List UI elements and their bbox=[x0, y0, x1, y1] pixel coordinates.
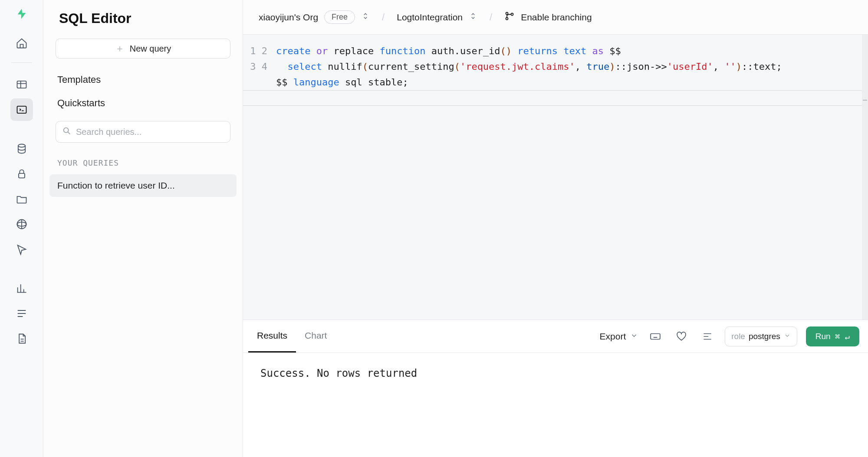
plan-badge: Free bbox=[324, 10, 355, 24]
keyboard-icon[interactable] bbox=[647, 328, 664, 345]
align-icon[interactable] bbox=[699, 328, 716, 345]
svg-rect-3 bbox=[19, 173, 25, 178]
svg-point-2 bbox=[18, 144, 25, 147]
org-selector[interactable]: xiaoyijun's Org Free bbox=[259, 10, 370, 24]
sql-sidebar: SQL Editor ＋ New query Templates Quickst… bbox=[43, 0, 243, 457]
tab-chart[interactable]: Chart bbox=[296, 320, 335, 353]
nav-auth[interactable] bbox=[10, 163, 33, 185]
svg-point-9 bbox=[511, 13, 513, 16]
result-toolbar: Results Chart Export role postgres bbox=[243, 320, 868, 353]
sql-editor[interactable]: 1 2 3 4 create or replace function auth.… bbox=[243, 35, 868, 320]
saved-query-item[interactable]: Function to retrieve user ID... bbox=[49, 174, 237, 197]
project-selector[interactable]: LogtoIntegration bbox=[397, 12, 477, 23]
editor-gutter: 1 2 3 4 bbox=[243, 35, 273, 320]
new-query-label: New query bbox=[130, 44, 171, 54]
role-label: role bbox=[731, 332, 745, 341]
rail-divider bbox=[11, 62, 32, 63]
export-button[interactable]: Export bbox=[600, 331, 638, 342]
nav-sql-editor[interactable] bbox=[10, 98, 33, 121]
search-queries-input[interactable] bbox=[76, 127, 224, 137]
enable-branching-button[interactable]: Enable branching bbox=[504, 11, 592, 23]
branch-icon bbox=[504, 11, 515, 23]
nav-realtime[interactable] bbox=[10, 238, 33, 261]
nav-reports[interactable] bbox=[10, 277, 33, 300]
favorite-icon[interactable] bbox=[673, 328, 690, 345]
run-button[interactable]: Run ⌘ ↵ bbox=[806, 326, 859, 346]
chevron-down-icon bbox=[630, 331, 638, 342]
svg-point-7 bbox=[506, 13, 508, 15]
breadcrumb-sep: / bbox=[378, 12, 389, 23]
result-tabs: Results Chart bbox=[248, 320, 335, 353]
results-panel: Success. No rows returned bbox=[243, 353, 868, 457]
nav-storage[interactable] bbox=[10, 188, 33, 210]
run-label: Run bbox=[815, 332, 831, 341]
search-icon bbox=[62, 126, 72, 137]
breadcrumb-bar: xiaoyijun's Org Free / LogtoIntegration … bbox=[243, 0, 868, 35]
new-query-button[interactable]: ＋ New query bbox=[56, 39, 230, 59]
sidebar-templates[interactable]: Templates bbox=[56, 68, 230, 91]
role-selector[interactable]: role postgres bbox=[725, 326, 797, 346]
sidebar-quickstarts[interactable]: Quickstarts bbox=[56, 91, 230, 115]
export-label: Export bbox=[600, 331, 626, 342]
svg-point-8 bbox=[506, 18, 508, 20]
nav-rail bbox=[0, 0, 43, 457]
nav-logs[interactable] bbox=[10, 302, 33, 325]
chevron-down-icon bbox=[784, 332, 791, 341]
enable-branching-label: Enable branching bbox=[521, 12, 592, 23]
nav-table-editor[interactable] bbox=[10, 73, 33, 96]
nav-edge-functions[interactable] bbox=[10, 213, 33, 235]
org-name: xiaoyijun's Org bbox=[259, 12, 318, 23]
breadcrumb-sep: / bbox=[485, 12, 496, 23]
chevron-up-down-icon bbox=[469, 12, 477, 23]
nav-database[interactable] bbox=[10, 137, 33, 160]
svg-rect-10 bbox=[651, 333, 660, 339]
chevron-up-down-icon bbox=[361, 12, 370, 23]
editor-scrollbar[interactable] bbox=[862, 35, 868, 320]
editor-code[interactable]: create or replace function auth.user_id(… bbox=[273, 35, 782, 320]
svg-point-6 bbox=[64, 128, 69, 133]
search-queries-input-wrap[interactable] bbox=[56, 121, 230, 143]
supabase-logo-icon[interactable] bbox=[16, 8, 28, 22]
svg-rect-1 bbox=[17, 106, 26, 113]
main: xiaoyijun's Org Free / LogtoIntegration … bbox=[243, 0, 868, 457]
nav-api-docs[interactable] bbox=[10, 327, 33, 350]
results-message: Success. No rows returned bbox=[260, 367, 417, 379]
run-shortcut: ⌘ ↵ bbox=[835, 332, 850, 341]
project-name: LogtoIntegration bbox=[397, 12, 463, 23]
tab-results[interactable]: Results bbox=[248, 320, 296, 353]
role-value: postgres bbox=[749, 332, 780, 341]
plus-icon: ＋ bbox=[115, 44, 125, 53]
svg-rect-0 bbox=[17, 81, 26, 88]
nav-home[interactable] bbox=[10, 32, 33, 55]
your-queries-label: YOUR QUERIES bbox=[57, 158, 229, 167]
page-title: SQL Editor bbox=[43, 0, 243, 39]
